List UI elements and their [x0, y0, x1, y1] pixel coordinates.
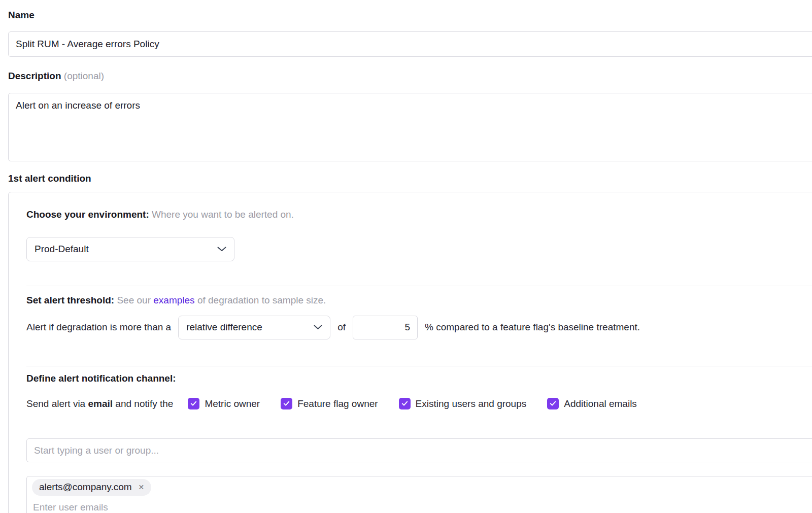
name-input[interactable]: [8, 31, 812, 57]
checkbox-checked-icon[interactable]: [188, 398, 199, 409]
description-label-text: Description: [8, 71, 61, 81]
email-chip-text: alerts@company.com: [39, 482, 132, 493]
threshold-value-input[interactable]: [353, 316, 418, 339]
environment-hint: Where you want to be alerted on.: [152, 209, 294, 220]
checkbox-label: Feature flag owner: [297, 398, 378, 409]
description-textarea[interactable]: Alert on an increase of errors: [8, 93, 812, 161]
divider: [26, 366, 812, 366]
comparison-type-value: relative difference: [186, 322, 262, 333]
chevron-down-icon: [217, 247, 226, 252]
threshold-label: Set alert threshold:: [26, 295, 114, 305]
description-label: Description (optional): [8, 71, 104, 82]
additional-emails-box[interactable]: alerts@company.com ✕ Enter user emails: [26, 476, 812, 513]
checkbox-checked-icon[interactable]: [399, 398, 411, 409]
checkbox-label: Existing users and groups: [416, 398, 527, 409]
environment-select-value: Prod-Default: [35, 244, 89, 255]
email-chip: alerts@company.com ✕: [32, 479, 151, 496]
name-label: Name: [8, 10, 35, 21]
checkbox-checked-icon[interactable]: [281, 398, 292, 409]
close-icon[interactable]: ✕: [139, 484, 145, 491]
threshold-hint-before: See our: [117, 295, 151, 305]
notification-sentence-pre: Send alert via: [26, 398, 85, 409]
threshold-row: Alert if degradation is more than a rela…: [26, 315, 640, 339]
condition-section-title: 1st alert condition: [8, 173, 91, 184]
threshold-hint-after: of degradation to sample size.: [197, 295, 326, 305]
divider: [26, 286, 812, 286]
checkbox-label: Additional emails: [564, 398, 637, 409]
email-input-placeholder: Enter user emails: [32, 502, 812, 513]
checkbox-existing-users-groups[interactable]: Existing users and groups: [399, 398, 527, 409]
environment-label: Choose your environment:: [26, 209, 149, 220]
alert-policy-form: Name Description (optional) Alert on an …: [0, 0, 812, 513]
description-optional-text: (optional): [64, 71, 104, 81]
checkbox-checked-icon[interactable]: [547, 398, 559, 409]
user-group-input[interactable]: [26, 438, 812, 462]
chevron-down-icon: [314, 325, 322, 330]
checkbox-additional-emails[interactable]: Additional emails: [547, 398, 637, 409]
checkbox-label: Metric owner: [205, 398, 260, 409]
notification-label: Define alert notification channel:: [26, 373, 176, 384]
comparison-type-select[interactable]: relative difference: [178, 316, 330, 339]
checkbox-metric-owner[interactable]: Metric owner: [188, 398, 260, 409]
environment-label-line: Choose your environment: Where you want …: [26, 209, 294, 220]
threshold-sentence-start: Alert if degradation is more than a: [26, 322, 171, 333]
threshold-of-text: of: [337, 322, 346, 333]
examples-link[interactable]: examples: [153, 295, 194, 305]
environment-select[interactable]: Prod-Default: [26, 237, 234, 261]
notification-row: Send alert via email and notify the Metr…: [26, 398, 637, 409]
notification-sentence-post: and notify the: [115, 398, 173, 409]
threshold-sentence-end: % compared to a feature flag's baseline …: [425, 322, 640, 333]
notification-sentence: Send alert via email and notify the: [26, 398, 173, 409]
notification-sentence-bold: email: [88, 398, 113, 409]
checkbox-feature-flag-owner[interactable]: Feature flag owner: [281, 398, 378, 409]
condition-card: Choose your environment: Where you want …: [8, 192, 812, 513]
threshold-label-line: Set alert threshold: See our examples of…: [26, 295, 326, 306]
